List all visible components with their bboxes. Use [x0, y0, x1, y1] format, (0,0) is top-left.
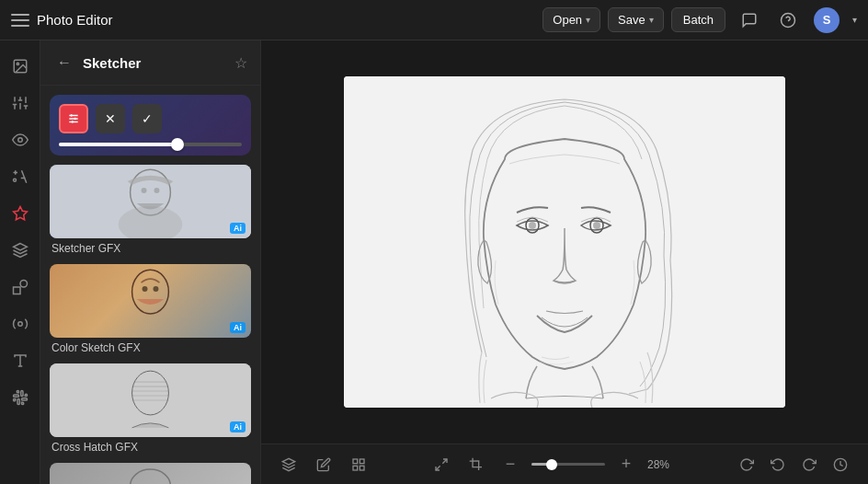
effect-cancel-button[interactable]: ✕ — [96, 104, 125, 133]
avatar-chevron-icon[interactable]: ▾ — [852, 15, 857, 25]
effect-settings-button[interactable] — [59, 104, 88, 133]
svg-marker-16 — [13, 207, 27, 220]
effect-name-cross-hatch: Cross Hatch GFX — [50, 441, 251, 454]
zoom-percentage: 28% — [647, 458, 677, 471]
bottom-right-nav — [734, 452, 853, 478]
chat-icon[interactable] — [737, 7, 762, 33]
topbar: Photo Editor Open ▾ Save ▾ Batch S ▾ — [0, 0, 868, 40]
main-layout: ← Sketcher ☆ ✕ ✓ — [0, 40, 868, 484]
svg-rect-53 — [353, 459, 358, 464]
panel-title: Sketcher — [83, 55, 141, 71]
help-icon[interactable] — [775, 7, 801, 33]
canvas-area: − + 28% — [261, 40, 868, 484]
effect-item-sketcher-gfx[interactable]: Ai Sketcher GFX — [50, 165, 251, 255]
topbar-right: S ▾ — [737, 7, 857, 33]
svg-line-58 — [436, 466, 440, 470]
adjust-panel-icon[interactable] — [311, 452, 337, 478]
svg-rect-45 — [50, 463, 251, 484]
effect-name-color-sketch: Color Sketch GFX — [50, 341, 251, 354]
batch-button[interactable]: Batch — [671, 7, 725, 32]
layers-icon[interactable] — [4, 234, 37, 267]
sliders-icon[interactable] — [4, 86, 37, 120]
shapes-icon[interactable] — [4, 271, 37, 304]
layers-panel-icon[interactable] — [276, 452, 302, 478]
svg-point-13 — [17, 138, 22, 143]
effect-thumb-extra — [50, 463, 251, 484]
svg-point-27 — [74, 118, 76, 120]
svg-point-51 — [593, 222, 600, 229]
canvas-viewport[interactable] — [261, 40, 868, 444]
effect-item-extra[interactable] — [50, 463, 251, 484]
effect-thumb-cross-hatch: Ai — [50, 363, 251, 437]
image-icon[interactable] — [4, 50, 37, 83]
svg-point-26 — [71, 114, 73, 116]
svg-point-36 — [143, 286, 148, 292]
sketch-canvas — [344, 76, 785, 408]
open-chevron-icon: ▾ — [586, 15, 590, 25]
favorite-icon[interactable]: ☆ — [234, 54, 247, 72]
fit-screen-icon[interactable] — [428, 452, 454, 478]
effect-confirm-button[interactable]: ✓ — [132, 104, 162, 133]
history-button[interactable] — [828, 452, 853, 478]
effect-thumb-color-sketch: Ai — [50, 264, 251, 338]
svg-marker-17 — [13, 244, 27, 251]
ai-badge-cross-hatch: Ai — [230, 421, 246, 432]
svg-point-3 — [17, 63, 18, 64]
active-effect-card: ✕ ✓ — [50, 95, 251, 156]
open-button[interactable]: Open ▾ — [542, 7, 600, 32]
svg-point-32 — [142, 188, 147, 193]
zoom-slider[interactable] — [531, 463, 605, 466]
effect-item-color-sketch[interactable]: Ai Color Sketch GFX — [50, 264, 251, 354]
crop-icon[interactable] — [463, 452, 489, 478]
svg-rect-55 — [360, 466, 364, 470]
effect-intensity-slider[interactable] — [59, 143, 242, 146]
effect-name-sketcher-gfx: Sketcher GFX — [50, 242, 251, 255]
svg-marker-52 — [282, 458, 294, 465]
svg-rect-18 — [13, 287, 20, 294]
grid-panel-icon[interactable] — [346, 452, 371, 478]
save-button[interactable]: Save ▾ — [608, 7, 664, 32]
ai-badge-sketcher-gfx: Ai — [230, 223, 246, 234]
bottom-center-zoom: − + 28% — [371, 452, 734, 478]
svg-line-14 — [21, 170, 26, 183]
left-panel: ← Sketcher ☆ ✕ ✓ — [40, 40, 261, 484]
undo-button[interactable] — [765, 452, 791, 478]
svg-point-33 — [154, 188, 159, 193]
panel-header: ← Sketcher ☆ — [40, 40, 260, 86]
svg-point-20 — [17, 322, 22, 327]
eye-icon[interactable] — [4, 123, 37, 156]
stamp-icon[interactable] — [4, 381, 37, 414]
avatar[interactable]: S — [814, 7, 839, 33]
svg-point-15 — [13, 179, 16, 181]
rotate-button[interactable] — [734, 452, 760, 478]
back-button[interactable]: ← — [53, 52, 75, 74]
svg-point-49 — [529, 222, 536, 229]
effects-list: Ai Sketcher GFX Ai Color — [40, 165, 260, 484]
magic-wand-icon[interactable] — [4, 160, 37, 193]
effect-thumb-sketcher-gfx: Ai — [50, 165, 251, 238]
bottom-left-tools — [276, 452, 371, 478]
save-chevron-icon: ▾ — [649, 15, 654, 25]
effect-controls: ✕ ✓ — [59, 104, 242, 133]
topbar-left: Photo Editor — [11, 12, 531, 28]
bottom-bar: − + 28% — [261, 444, 868, 484]
ai-badge-color-sketch: Ai — [230, 322, 246, 333]
icon-rail — [0, 40, 40, 484]
filter-icon[interactable] — [4, 307, 37, 340]
app-title: Photo Editor — [37, 12, 113, 28]
redo-button[interactable] — [796, 452, 822, 478]
hamburger-menu-icon[interactable] — [11, 14, 29, 27]
topbar-center: Open ▾ Save ▾ Batch — [542, 7, 725, 32]
effects-icon[interactable] — [4, 197, 37, 230]
svg-rect-56 — [353, 466, 358, 470]
effect-item-cross-hatch[interactable]: Ai Cross Hatch GFX — [50, 363, 251, 454]
zoom-out-button[interactable]: − — [498, 453, 522, 477]
svg-point-37 — [153, 286, 158, 292]
svg-line-57 — [442, 459, 447, 464]
svg-point-19 — [20, 281, 28, 288]
text-icon[interactable] — [4, 344, 37, 377]
svg-point-28 — [72, 121, 74, 122]
svg-rect-54 — [360, 459, 364, 464]
zoom-in-button[interactable]: + — [614, 453, 638, 477]
